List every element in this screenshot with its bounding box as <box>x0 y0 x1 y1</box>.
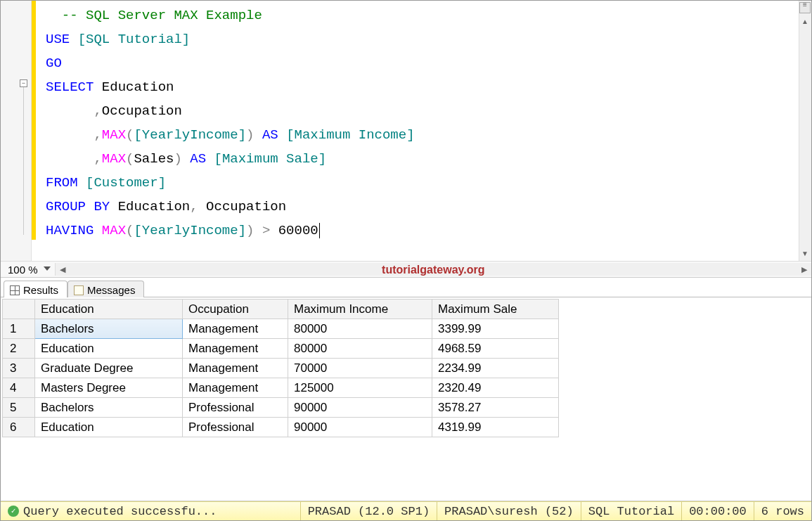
cell[interactable]: Bachelors <box>35 398 183 418</box>
cell[interactable]: Masters Degree <box>35 378 183 398</box>
code-fold-toggle[interactable]: − <box>20 79 27 87</box>
tab-results[interactable]: Results <box>4 281 67 297</box>
col-header-max-income[interactable]: Maximum Income <box>288 300 432 319</box>
row-number[interactable]: 4 <box>3 378 35 398</box>
cell[interactable]: 3578.27 <box>432 398 559 418</box>
cell[interactable]: Management <box>183 319 288 339</box>
cell[interactable]: 2320.49 <box>432 378 559 398</box>
scroll-right-icon[interactable]: ▶ <box>799 264 810 275</box>
results-tabs: Results Messages <box>1 278 811 297</box>
row-number[interactable]: 3 <box>3 359 35 378</box>
col-header-occupation[interactable]: Occupation <box>183 300 288 319</box>
status-message: Query executed successfu... <box>23 505 217 518</box>
cell[interactable]: 90000 <box>288 398 432 418</box>
split-handle-icon[interactable]: ≡ <box>799 2 811 13</box>
change-marker <box>32 1 36 240</box>
sql-code-editor[interactable]: -- SQL Server MAX ExampleUSE [SQL Tutori… <box>32 1 799 261</box>
cell[interactable]: Bachelors <box>35 319 183 339</box>
cell[interactable]: 125000 <box>288 378 432 398</box>
cell[interactable]: Professional <box>183 418 288 437</box>
tab-results-label: Results <box>23 284 58 296</box>
col-header-education[interactable]: Education <box>35 300 183 319</box>
results-pane: Education Occupation Maximum Income Maxi… <box>1 297 811 501</box>
cell[interactable]: Graduate Degree <box>35 359 183 378</box>
status-rowcount: 6 rows <box>754 502 811 520</box>
cell[interactable]: 2234.99 <box>432 359 559 378</box>
sql-editor-pane: − -- SQL Server MAX ExampleUSE [SQL Tuto… <box>1 1 811 261</box>
table-row[interactable]: 4Masters DegreeManagement1250002320.49 <box>3 378 559 398</box>
table-row[interactable]: 1BachelorsManagement800003399.99 <box>3 319 559 339</box>
status-user: PRASAD\suresh (52) <box>437 502 581 520</box>
results-grid-icon <box>10 285 20 295</box>
cell[interactable]: 90000 <box>288 418 432 437</box>
cell[interactable]: Education <box>35 418 183 437</box>
text-caret <box>319 223 320 238</box>
cell[interactable]: 80000 <box>288 319 432 339</box>
editor-gutter: − <box>1 1 32 261</box>
zoom-dropdown[interactable]: 100 % <box>1 264 55 276</box>
cell[interactable]: 4968.59 <box>432 339 559 359</box>
cell[interactable]: Professional <box>183 398 288 418</box>
cell[interactable]: Education <box>35 339 183 359</box>
col-header-max-sale[interactable]: Maximum Sale <box>432 300 559 319</box>
cell[interactable]: 80000 <box>288 339 432 359</box>
status-server: PRASAD (12.0 SP1) <box>301 502 437 520</box>
tab-messages[interactable]: Messages <box>67 281 144 297</box>
table-row[interactable]: 2EducationManagement800004968.59 <box>3 339 559 359</box>
watermark-text: tutorialgateway.org <box>382 264 484 276</box>
cell[interactable]: Management <box>183 359 288 378</box>
row-number[interactable]: 6 <box>3 418 35 437</box>
cell[interactable]: 3399.99 <box>432 319 559 339</box>
cell[interactable]: 4319.99 <box>432 418 559 437</box>
scroll-down-icon[interactable]: ▼ <box>799 248 811 259</box>
cell[interactable]: Management <box>183 339 288 359</box>
messages-icon <box>74 285 84 295</box>
zoom-value: 100 % <box>8 264 38 276</box>
status-message-cell: ✓ Query executed successfu... <box>1 502 301 520</box>
cell[interactable]: 70000 <box>288 359 432 378</box>
row-number[interactable]: 1 <box>3 319 35 339</box>
scroll-up-icon[interactable]: ▲ <box>799 16 811 27</box>
status-bar: ✓ Query executed successfu... PRASAD (12… <box>1 501 811 520</box>
table-row[interactable]: 6EducationProfessional900004319.99 <box>3 418 559 437</box>
tab-messages-label: Messages <box>87 284 135 296</box>
horizontal-scrollbar[interactable]: ◀ tutorialgateway.org ▶ <box>55 263 811 276</box>
chevron-down-icon <box>44 266 51 272</box>
row-header-blank[interactable] <box>3 300 35 319</box>
row-number[interactable]: 5 <box>3 398 35 418</box>
vertical-scrollbar[interactable]: ≡ ▲ ▼ <box>799 1 811 261</box>
status-database: SQL Tutorial <box>581 502 682 520</box>
editor-footer: 100 % ◀ tutorialgateway.org ▶ <box>1 261 811 278</box>
results-grid[interactable]: Education Occupation Maximum Income Maxi… <box>2 299 559 437</box>
cell[interactable]: Management <box>183 378 288 398</box>
table-row[interactable]: 5BachelorsProfessional900003578.27 <box>3 398 559 418</box>
table-row[interactable]: 3Graduate DegreeManagement700002234.99 <box>3 359 559 378</box>
scroll-left-icon[interactable]: ◀ <box>57 264 68 275</box>
row-number[interactable]: 2 <box>3 339 35 359</box>
success-check-icon: ✓ <box>8 506 19 517</box>
status-elapsed: 00:00:00 <box>682 502 754 520</box>
